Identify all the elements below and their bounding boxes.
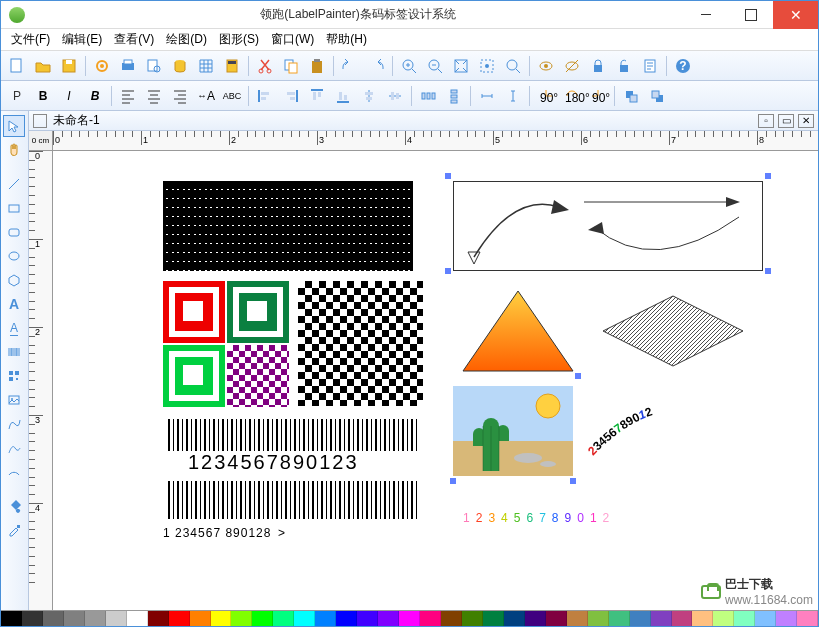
tool-curve[interactable] <box>3 413 25 435</box>
swatch[interactable] <box>420 611 441 626</box>
send-back-icon[interactable] <box>645 84 669 108</box>
calc-icon[interactable] <box>220 54 244 78</box>
swatch[interactable] <box>22 611 43 626</box>
new-icon[interactable] <box>5 54 29 78</box>
swatch[interactable] <box>504 611 525 626</box>
swatch[interactable] <box>525 611 546 626</box>
doc-name[interactable]: 未命名-1 <box>53 112 100 129</box>
swatch[interactable] <box>462 611 483 626</box>
same-height-icon[interactable] <box>501 84 525 108</box>
zoomin-icon[interactable] <box>397 54 421 78</box>
alignobj-hcenter-icon[interactable] <box>357 84 381 108</box>
rotate-90r-icon[interactable]: 90° <box>586 84 610 108</box>
props-icon[interactable] <box>638 54 662 78</box>
menu-file[interactable]: 文件(F) <box>5 29 56 50</box>
rainbow-text[interactable]: 123456789012 <box>463 501 615 528</box>
menu-edit[interactable]: 编辑(E) <box>56 29 108 50</box>
swatch[interactable] <box>127 611 148 626</box>
copy-icon[interactable] <box>279 54 303 78</box>
tool-fill[interactable] <box>3 495 25 517</box>
curves-frame[interactable] <box>453 181 763 271</box>
align-center-icon[interactable] <box>142 84 166 108</box>
text-case-icon[interactable]: ABC <box>220 84 244 108</box>
swatch[interactable] <box>692 611 713 626</box>
swatch[interactable] <box>106 611 127 626</box>
menu-window[interactable]: 窗口(W) <box>265 29 320 50</box>
bold-icon[interactable]: B <box>31 84 55 108</box>
zoom100-icon[interactable] <box>501 54 525 78</box>
redo-icon[interactable] <box>364 54 388 78</box>
print-icon[interactable] <box>116 54 140 78</box>
menu-draw[interactable]: 绘图(D) <box>160 29 213 50</box>
tool-hand[interactable] <box>3 139 25 161</box>
preview-icon[interactable] <box>142 54 166 78</box>
alignobj-bottom-icon[interactable] <box>331 84 355 108</box>
tool-image[interactable] <box>3 389 25 411</box>
tool-qrcode[interactable] <box>3 365 25 387</box>
swatch[interactable] <box>399 611 420 626</box>
canvas[interactable]: 1234567890123 1 234567 890128 > <box>53 151 818 610</box>
swatch[interactable] <box>85 611 106 626</box>
tool-rect[interactable] <box>3 197 25 219</box>
help-icon[interactable]: ? <box>671 54 695 78</box>
tool-roundrect[interactable] <box>3 221 25 243</box>
rotate-180-icon[interactable]: 180° <box>560 84 584 108</box>
italic-icon[interactable]: I <box>57 84 81 108</box>
swatch[interactable] <box>441 611 462 626</box>
open-icon[interactable] <box>31 54 55 78</box>
swatch[interactable] <box>190 611 211 626</box>
swatch[interactable] <box>755 611 776 626</box>
alignobj-right-icon[interactable] <box>279 84 303 108</box>
barcode-2[interactable] <box>168 481 418 519</box>
swatch[interactable] <box>734 611 755 626</box>
menu-view[interactable]: 查看(V) <box>108 29 160 50</box>
swatch[interactable] <box>378 611 399 626</box>
swatch[interactable] <box>1 611 22 626</box>
rotate-90l-icon[interactable]: 90° <box>534 84 558 108</box>
triangle-shape[interactable] <box>458 286 578 379</box>
swatch[interactable] <box>546 611 567 626</box>
tool-barcode[interactable] <box>3 341 25 363</box>
char-spacing-icon[interactable]: ↔A <box>194 84 218 108</box>
alignobj-top-icon[interactable] <box>305 84 329 108</box>
align-left-icon[interactable] <box>116 84 140 108</box>
tool-polygon[interactable] <box>3 269 25 291</box>
swatch[interactable] <box>588 611 609 626</box>
tool-arc[interactable] <box>3 461 25 483</box>
diamond-shape[interactable] <box>598 291 748 374</box>
alignobj-left-icon[interactable] <box>253 84 277 108</box>
close-button[interactable]: ✕ <box>773 1 818 29</box>
doc-min-icon[interactable]: ▫ <box>758 114 774 128</box>
zoomsel-icon[interactable] <box>475 54 499 78</box>
undo-icon[interactable] <box>338 54 362 78</box>
doc-max-icon[interactable]: ▭ <box>778 114 794 128</box>
qr-purple[interactable] <box>227 345 289 407</box>
swatch[interactable] <box>294 611 315 626</box>
swatch[interactable] <box>231 611 252 626</box>
grid-icon[interactable] <box>194 54 218 78</box>
qr-red[interactable] <box>163 281 225 343</box>
minimize-button[interactable] <box>683 1 728 29</box>
cut-icon[interactable] <box>253 54 277 78</box>
swatch[interactable] <box>252 611 273 626</box>
font-plain-icon[interactable]: P <box>5 84 29 108</box>
distribute-h-icon[interactable] <box>416 84 440 108</box>
swatch[interactable] <box>797 611 818 626</box>
qr-green-bottom[interactable] <box>163 345 225 407</box>
menu-help[interactable]: 帮助(H) <box>320 29 373 50</box>
swatch[interactable] <box>713 611 734 626</box>
zoomfit-icon[interactable] <box>449 54 473 78</box>
swatch[interactable] <box>651 611 672 626</box>
swatch[interactable] <box>609 611 630 626</box>
arc-text[interactable]: 23456789012 <box>583 386 773 466</box>
same-width-icon[interactable] <box>475 84 499 108</box>
swatch[interactable] <box>357 611 378 626</box>
database-icon[interactable] <box>168 54 192 78</box>
qr-green-top[interactable] <box>227 281 289 343</box>
swatch[interactable] <box>43 611 64 626</box>
alignobj-vcenter-icon[interactable] <box>383 84 407 108</box>
bring-front-icon[interactable] <box>619 84 643 108</box>
tool-ellipse[interactable] <box>3 245 25 267</box>
swatch[interactable] <box>169 611 190 626</box>
tool-text[interactable]: A <box>3 293 25 315</box>
